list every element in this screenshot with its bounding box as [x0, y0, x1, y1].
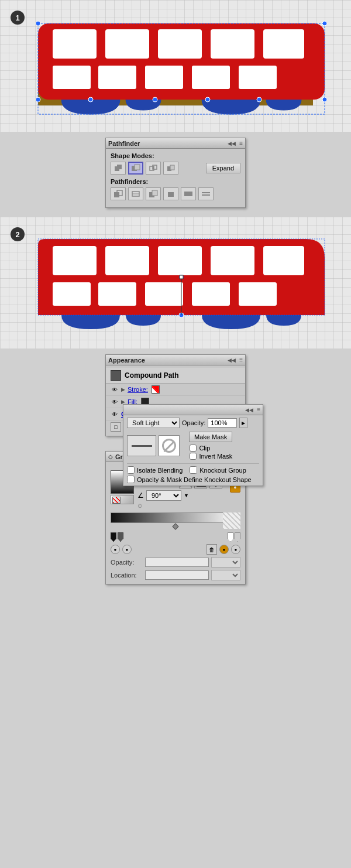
transparency-content: Soft Light Opacity: ▶: [123, 415, 263, 486]
svg-rect-3: [105, 29, 149, 59]
knockout-group-checkbox[interactable]: [190, 466, 197, 474]
stroke-row: 👁 ▶ Stroke:: [106, 384, 245, 396]
svg-rect-55: [180, 275, 183, 279]
app-header-swatch: [111, 370, 121, 381]
appearance-collapse-icon[interactable]: ◀◀: [228, 357, 236, 363]
blend-mode-select[interactable]: Soft Light: [127, 418, 180, 428]
svg-rect-6: [263, 29, 304, 59]
invert-mask-checkbox[interactable]: [190, 453, 197, 460]
grad-option-btn4[interactable]: ●: [231, 545, 240, 554]
pf-btn6[interactable]: [198, 187, 214, 200]
isolate-blending-row: Isolate Blending Knockout Group: [127, 466, 259, 474]
bus2-svg: [20, 234, 331, 337]
stroke-label[interactable]: Stroke:: [128, 386, 148, 393]
svg-rect-29: [170, 165, 174, 170]
opacity-arrow-btn[interactable]: ▶: [239, 418, 247, 428]
svg-rect-44: [211, 246, 254, 275]
opacity-field-select[interactable]: [211, 557, 240, 568]
isolate-blending-checkbox[interactable]: [127, 466, 135, 474]
transparency-collapse-icon[interactable]: ◀◀: [245, 407, 253, 413]
opacity-field-label: Opacity:: [111, 559, 143, 566]
exclude-btn[interactable]: [163, 162, 178, 175]
stop-handle-left-gray[interactable]: [118, 532, 123, 542]
blend-opacity-row: Soft Light Opacity: ▶: [127, 418, 259, 428]
svg-rect-35: [152, 190, 157, 196]
gradient-bar[interactable]: [111, 512, 240, 523]
pf-btn2[interactable]: [128, 187, 143, 200]
opacity-visibility-icon[interactable]: 👁: [111, 410, 119, 418]
mask-thumb[interactable]: [127, 435, 156, 456]
stop-handle-left-black[interactable]: [111, 532, 116, 542]
pathfinder-title: Pathfinder: [108, 140, 140, 147]
pathfinders-label: Pathfinders:: [111, 178, 240, 185]
app-new-item-btn[interactable]: □: [111, 422, 121, 432]
grad-option-btn3[interactable]: ●: [219, 545, 229, 554]
clip-row: Clip: [190, 445, 232, 452]
grad-option-btn1[interactable]: ●: [111, 545, 120, 554]
shape-modes-label: Shape Modes:: [111, 152, 240, 159]
svg-point-18: [205, 97, 210, 102]
svg-rect-38: [188, 192, 192, 196]
pathfinder-menu-icon[interactable]: ≡: [239, 140, 243, 146]
gradient-stops-row: [111, 532, 240, 542]
gradient-angle-select[interactable]: 90°: [146, 490, 181, 501]
svg-point-16: [88, 97, 93, 102]
aspect-icon: ⊙: [137, 503, 142, 509]
pf-btn5[interactable]: [181, 187, 196, 200]
pf-btn1[interactable]: [111, 187, 126, 200]
svg-rect-39: [202, 192, 210, 193]
make-mask-btn[interactable]: Make Mask: [189, 432, 232, 442]
fill-visibility-icon[interactable]: 👁: [111, 398, 119, 406]
clip-label: Clip: [199, 445, 210, 452]
svg-rect-10: [192, 66, 230, 89]
stop-indicator[interactable]: [172, 523, 178, 529]
no-mask-icon[interactable]: [159, 435, 180, 456]
clip-checkbox[interactable]: [190, 445, 197, 452]
step2-section: 2: [0, 217, 351, 348]
appearance-menu-icon[interactable]: ≡: [239, 357, 243, 363]
stop-handle-right-lt[interactable]: [235, 532, 240, 542]
svg-rect-42: [105, 246, 149, 275]
unite-btn[interactable]: [111, 162, 126, 175]
gradient-options-row: ● ● 🗑 ● ●: [111, 544, 240, 555]
bus1-svg: [20, 18, 331, 120]
gradient-angle-row: ∠ 90° ▼: [137, 490, 222, 501]
minus-front-btn[interactable]: [128, 162, 143, 175]
grad-delete-btn[interactable]: 🗑: [207, 544, 217, 555]
gradient-stroke-swatch: [112, 497, 121, 504]
gradient-diamond-icon: ◇: [108, 453, 113, 460]
opacity-mask-checkbox[interactable]: [127, 476, 135, 483]
left-stops: [111, 532, 123, 542]
opacity-field-input[interactable]: [145, 558, 209, 567]
transparency-titlebar: ◀◀ ≡: [123, 405, 263, 415]
pathfinder-section: Pathfinder ◀◀ ≡ Shape Modes:: [0, 132, 351, 217]
stroke-swatch[interactable]: [152, 385, 160, 394]
intersect-btn[interactable]: [146, 162, 161, 175]
stroke-arrow: ▶: [121, 387, 125, 392]
bus1-container: [12, 18, 339, 120]
prohibit-circle: [162, 439, 176, 453]
location-field-select[interactable]: [211, 570, 240, 580]
expand-btn[interactable]: Expand: [206, 163, 240, 173]
pathfinder-collapse-icon[interactable]: ◀◀: [228, 141, 236, 146]
panel-group: Appearance ◀◀ ≡ Compound Path 👁 ▶ Stroke…: [105, 354, 246, 436]
svg-rect-9: [145, 66, 183, 89]
grad-option-btn2[interactable]: ●: [122, 545, 132, 554]
pf-btn3[interactable]: [146, 187, 161, 200]
step1-section: 1: [0, 0, 351, 132]
pathfinder-panel: Pathfinder ◀◀ ≡ Shape Modes:: [105, 138, 246, 208]
appearance-titlebar: Appearance ◀◀ ≡: [106, 355, 245, 365]
opacity-field-row: Opacity:: [111, 557, 240, 568]
gradient-bar-area: [111, 512, 240, 529]
stop-handle-right-white[interactable]: [228, 532, 233, 542]
gradient-hatch-area: [223, 512, 240, 529]
transparency-panel: ◀◀ ≡ Soft Light Opacity: ▶: [123, 404, 263, 486]
mask-thumb-line: [132, 445, 152, 447]
opacity-mask-row: Opacity & Mask Define Knockout Shape: [127, 476, 259, 483]
pf-btn4[interactable]: [163, 187, 178, 200]
transparency-menu-icon[interactable]: ≡: [257, 406, 260, 413]
location-field-input[interactable]: [145, 570, 209, 580]
appearance-section: Appearance ◀◀ ≡ Compound Path 👁 ▶ Stroke…: [0, 348, 351, 445]
stroke-visibility-icon[interactable]: 👁: [111, 385, 119, 394]
opacity-value[interactable]: [208, 418, 237, 428]
